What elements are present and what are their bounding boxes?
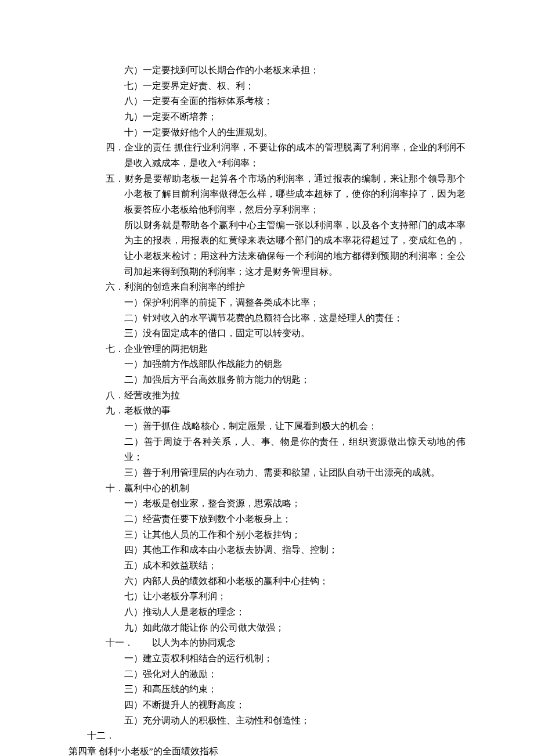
text-line: 四．企业的责任 抓住行业利润率，不要让你的成本的管理脱离了利润率，企业的利润不是… — [68, 140, 466, 171]
text-line: 四）不断提升人的视野高度； — [68, 697, 466, 713]
text-line: 三）让其他人员的工作和个别小老板挂钩； — [68, 527, 466, 543]
text-line: 一）建立责权利相结合的运行机制； — [68, 651, 466, 667]
text-line: 十）一定要做好他个人的生涯规划。 — [68, 125, 466, 141]
text-line: 十二． — [68, 728, 466, 744]
text-line: 三）善于利用管理层的内在动力、需要和欲望，让团队自动干出漂亮的成就。 — [68, 465, 466, 481]
text-line: 九．老板做的事 — [68, 403, 466, 419]
text-line: 九）一定要不断培养； — [68, 109, 466, 125]
text-line: 二）针对收入的水平调节花费的总额符合比率，这是经理人的责任； — [68, 311, 466, 326]
text-line: 八）一定要有全面的指标体系考核； — [68, 93, 466, 109]
text-line: 五．财务是要帮助老板一起算各个市场的利润率，通过报表的编制，来让那个领导那个小老… — [68, 171, 466, 218]
text-line: 一）老板是创业家，整合资源，思索战略； — [68, 496, 466, 512]
text-line: 八．经营改推为拉 — [68, 388, 466, 404]
text-line: 一）加强前方作战部队作战能力的钥匙 — [68, 357, 466, 372]
text-line: 五）成本和效益联结； — [68, 558, 466, 574]
text-line: 七．企业管理的两把钥匙 — [68, 341, 466, 357]
text-line: 一）善于抓住 战略核心，制定愿景，让下属看到极大的机会； — [68, 419, 466, 434]
text-line: 五）充分调动人的积极性、主动性和创造性； — [68, 713, 466, 729]
text-line: 三）没有固定成本的借口，固定可以转变动。 — [68, 326, 466, 341]
text-line: 六．利润的创造来自利润率的维护 — [68, 279, 466, 295]
text-line: 六）内部人员的绩效都和小老板的赢利中心挂钩； — [68, 574, 466, 589]
text-line: 六）一定要找到可以长期合作的小老板来承担； — [68, 63, 466, 78]
text-line: 十．赢利中心的机制 — [68, 481, 466, 496]
text-line: 十一． 以人为本的协同观念 — [68, 635, 466, 651]
text-line: 九）如此做才能让你 的公司做大做强； — [68, 620, 466, 636]
text-line: 所以财务就是帮助各个赢利中心主管编一张以利润率，以及各个支持部门的成本率为主的报… — [68, 218, 466, 280]
text-line: 二）强化对人的激励； — [68, 667, 466, 682]
text-line: 二）加强后方平台高效服务前方能力的钥匙； — [68, 372, 466, 388]
text-line: 二）经营责任要下放到数个小老板身上； — [68, 512, 466, 527]
text-line: 一）保护利润率的前提下，调整各类成本比率； — [68, 295, 466, 311]
text-line: 七）让小老板分享利润； — [68, 589, 466, 604]
text-line: 七）一定要界定好责、权、利； — [68, 78, 466, 94]
text-line: 二）善于周旋于各种关系，人、事、物是你的责任，组织资源做出惊天动地的伟业； — [68, 434, 466, 465]
text-line: 三）和高压线的约束； — [68, 682, 466, 697]
text-line: 八）推动人人是老板的理念； — [68, 604, 466, 620]
document-page: 六）一定要找到可以长期合作的小老板来承担；七）一定要界定好责、权、利；八）一定要… — [0, 0, 534, 756]
text-line: 第四章 创利“小老板”的全面绩效指标 — [68, 744, 466, 756]
text-line: 四）其他工作和成本由小老板去协调、指导、控制； — [68, 542, 466, 558]
